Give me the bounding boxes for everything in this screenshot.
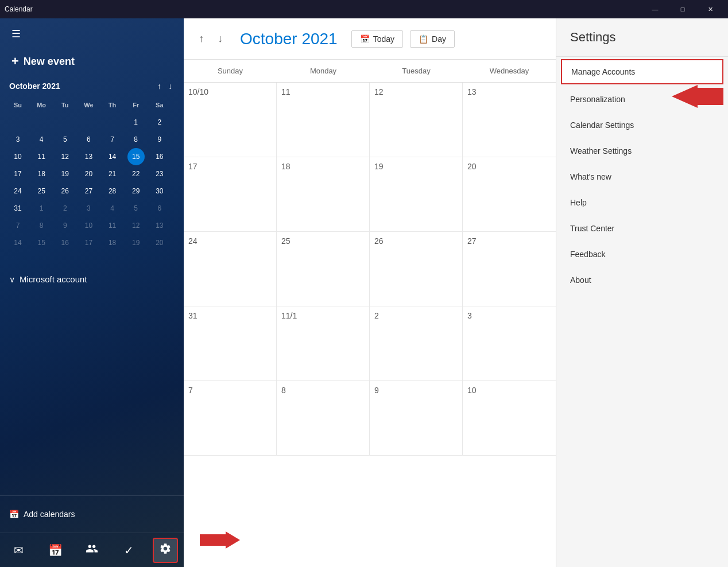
mini-cal-day[interactable]: 12 [56,148,73,165]
calendar-day-cell[interactable]: 10 [463,381,556,455]
mini-cal-day[interactable]: 8 [33,217,50,234]
mini-cal-day[interactable]: 14 [9,234,26,251]
mini-cal-day[interactable]: 3 [9,131,26,148]
mini-cal-day-header: Sa [151,96,168,114]
mini-cal-day[interactable]: 11 [33,148,50,165]
day-view-button[interactable]: 📋 Day [410,30,455,48]
settings-menu-item[interactable]: Weather Settings [556,138,728,164]
next-month-button[interactable]: ↓ [214,29,226,48]
calendar-day-cell[interactable]: 11/1 [277,306,370,380]
calendar-day-cell[interactable]: 24 [184,232,277,306]
mini-cal-day[interactable]: 16 [151,148,168,165]
calendar-day-cell[interactable]: 18 [277,157,370,231]
mini-cal-day[interactable]: 12 [127,217,145,234]
mini-cal-day[interactable]: 20 [151,234,168,251]
calendar-day-cell[interactable]: 2 [370,306,463,380]
settings-menu-item[interactable]: What's new [556,164,728,190]
prev-month-button[interactable]: ↑ [195,29,207,48]
calendar-day-cell[interactable]: 8 [277,381,370,455]
calendar-day-cell[interactable]: 7 [184,381,277,455]
calendar-day-cell[interactable]: 26 [370,232,463,306]
todo-nav-button[interactable]: ✓ [116,538,141,563]
mini-cal-day[interactable]: 17 [9,165,26,182]
mini-cal-day[interactable]: 23 [151,165,168,182]
settings-menu-item[interactable]: Personalization [556,87,728,112]
settings-nav-button[interactable] [153,538,178,563]
mini-cal-day[interactable]: 8 [127,131,145,148]
mini-cal-day[interactable]: 18 [33,165,50,182]
mini-cal-day[interactable]: 6 [151,200,168,217]
mini-cal-day[interactable]: 18 [104,234,121,251]
mini-cal-day[interactable]: 9 [56,217,73,234]
calendar-day-cell[interactable]: 17 [184,157,277,231]
mini-cal-day[interactable]: 19 [127,234,145,251]
calendar-day-cell[interactable]: 9 [370,381,463,455]
mini-cal-day[interactable]: 24 [9,182,26,200]
maximize-button[interactable]: □ [669,0,696,18]
calendar-day-cell[interactable]: 31 [184,306,277,380]
mini-cal-day[interactable]: 4 [104,200,121,217]
calendar-nav-button[interactable]: 📅 [42,538,68,563]
calendar-day-cell[interactable]: 20 [463,157,556,231]
mini-cal-day[interactable]: 15 [33,234,50,251]
calendar-day-cell[interactable]: 10/10 [184,83,277,157]
mini-cal-day[interactable]: 1 [127,114,145,131]
mini-cal-day[interactable]: 28 [104,182,121,200]
settings-menu-item[interactable]: Trust Center [556,216,728,242]
mini-cal-day[interactable]: 29 [127,182,145,200]
mini-cal-day[interactable]: 31 [9,200,26,217]
mini-cal-day[interactable]: 13 [80,148,97,165]
mini-cal-day[interactable]: 6 [80,131,97,148]
mini-cal-day[interactable]: 2 [56,200,73,217]
mini-cal-day[interactable]: 1 [33,200,50,217]
calendar-day-cell[interactable]: 25 [277,232,370,306]
mini-cal-day[interactable]: 25 [33,182,50,200]
new-event-button[interactable]: + New event [5,49,179,73]
settings-menu-item[interactable]: About [556,267,728,293]
minimize-button[interactable]: — [642,0,668,18]
mini-cal-next[interactable]: ↓ [166,80,175,92]
mini-cal-day[interactable]: 4 [33,131,50,148]
mini-cal-day[interactable]: 16 [56,234,73,251]
mini-cal-day[interactable]: 27 [80,182,97,200]
mini-cal-day[interactable]: 7 [9,217,26,234]
people-nav-button[interactable] [79,538,104,563]
mini-cal-day[interactable]: 9 [151,131,168,148]
mini-cal-day[interactable]: 30 [151,182,168,200]
mini-cal-day[interactable]: 5 [56,131,73,148]
mini-cal-day[interactable]: 2 [151,114,168,131]
calendar-day-cell[interactable]: 19 [370,157,463,231]
mini-cal-day[interactable]: 19 [56,165,73,182]
calendar-day-cell[interactable]: 27 [463,232,556,306]
close-button[interactable]: ✕ [697,0,723,18]
add-calendars-button[interactable]: 📅 Add calendars [9,505,75,523]
calendar-day-cell[interactable]: 3 [463,306,556,380]
mini-cal-day[interactable]: 15 [127,148,145,165]
mini-cal-day[interactable]: 3 [80,200,97,217]
mini-cal-day[interactable]: 21 [104,165,121,182]
mini-cal-day[interactable]: 10 [9,148,26,165]
settings-menu-item[interactable]: Feedback [556,242,728,267]
today-button[interactable]: 📅 Today [351,30,403,48]
sidebar-header: ☰ [0,18,184,49]
mini-cal-day[interactable]: 10 [80,217,97,234]
calendar-day-cell[interactable]: 13 [463,83,556,157]
mini-cal-day[interactable]: 11 [104,217,121,234]
calendar-day-cell[interactable]: 12 [370,83,463,157]
settings-menu-item[interactable]: Help [556,190,728,216]
mini-cal-day[interactable]: 20 [80,165,97,182]
settings-menu-item[interactable]: Manage Accounts [561,59,723,84]
mini-cal-prev[interactable]: ↑ [155,80,164,92]
mini-cal-day[interactable]: 26 [56,182,73,200]
mini-cal-day[interactable]: 22 [127,165,145,182]
mini-cal-day[interactable]: 14 [104,148,121,165]
mail-nav-button[interactable]: ✉ [6,538,31,563]
mini-cal-day[interactable]: 17 [80,234,97,251]
calendar-day-cell[interactable]: 11 [277,83,370,157]
mini-cal-day[interactable]: 7 [104,131,121,148]
microsoft-account-item[interactable]: ∨ Microsoft account [9,272,175,286]
mini-cal-day[interactable]: 5 [127,200,145,217]
settings-menu-item[interactable]: Calendar Settings [556,112,728,138]
mini-cal-day[interactable]: 13 [151,217,168,234]
hamburger-button[interactable]: ☰ [9,25,23,42]
